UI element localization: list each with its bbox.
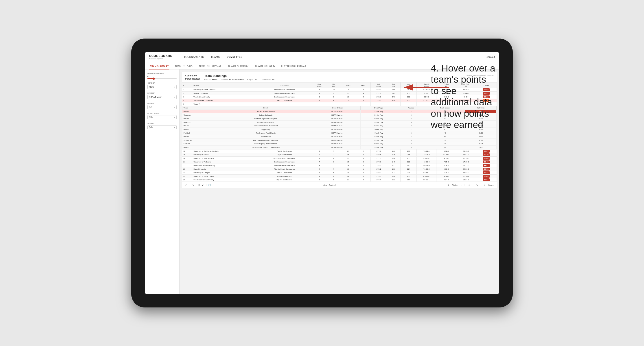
share-label[interactable]: Share	[488, 184, 494, 186]
min-rounds-slider[interactable]	[148, 78, 176, 79]
undo-icon[interactable]: ↩	[185, 184, 187, 186]
clock-icon[interactable]: 🕐	[208, 184, 211, 186]
table-row[interactable]: 19 University of Texas Big 12 Conference…	[182, 153, 497, 157]
top-navigation: SCOREBOARD Powered by clippi TOURNAMENTS…	[145, 52, 499, 62]
gender-value: Men's	[149, 86, 154, 88]
tab-player-h2h-grid[interactable]: PLAYER H2H GRID	[254, 64, 276, 69]
sidebar-gender: Gender Men's ▾	[148, 82, 176, 89]
popup-col-type: Event Type	[360, 106, 397, 110]
conference-select[interactable]: (All) ▾	[148, 115, 176, 119]
separator2: |	[206, 184, 207, 186]
sidebar-min-rounds: Minimum Rounds 0	[148, 73, 176, 79]
refresh-icon[interactable]: ↻	[192, 184, 194, 186]
filter-gender: Gender: Men's	[204, 78, 218, 81]
col-conference: Conference	[257, 82, 312, 88]
col-conf-rank: ConfRank	[312, 82, 327, 88]
popup-col-team: Team	[182, 106, 217, 110]
tab-player-h2h-heatmap[interactable]: PLAYER H2H HEATMAP	[280, 64, 307, 69]
min-rounds-value: 0	[148, 76, 176, 78]
sidebar-conference: Conference (All) ▾	[148, 112, 176, 119]
sidebar-division: Division NCAA Division I ▾	[148, 92, 176, 99]
tab-team-h2h-grid[interactable]: TEAM H2H GRID	[174, 64, 193, 69]
filter-region: Region: All	[247, 78, 257, 81]
school-value: (All)	[149, 126, 152, 128]
toolbar-left: ↩ ↪ ↻ | ⊞ 🖌 | 🕐	[185, 184, 211, 186]
share-icon: ↗	[484, 184, 486, 186]
dropdown-icon: ▾	[461, 184, 462, 186]
col-rank: #	[182, 82, 192, 88]
region-chevron: ▾	[174, 106, 175, 108]
division-select[interactable]: NCAA Division I ▾	[148, 95, 176, 99]
table-row[interactable]: 20 University of New Mexico Mountain Wes…	[182, 157, 497, 160]
col-tours: No.Tour	[327, 82, 341, 88]
conference-label: Conference	[148, 112, 176, 114]
annotation-text: 4. Hover over a team's points to see add…	[431, 63, 536, 130]
view-label[interactable]: View: Original	[323, 184, 336, 186]
tab-team-summary[interactable]: TEAM SUMMARY	[149, 64, 170, 69]
report-title-section: Committee Portal Review Team Standings	[185, 74, 274, 81]
watch-label[interactable]: Watch	[452, 184, 458, 186]
expand-icon[interactable]: ⤡	[476, 184, 478, 186]
division-chevron: ▾	[174, 96, 175, 98]
school-label: School	[148, 122, 176, 124]
popup-col-div: Event Division	[314, 106, 360, 110]
division-label: Division	[148, 92, 176, 94]
nav-teams[interactable]: TEAMS	[211, 56, 220, 58]
table-row[interactable]: 18 University of California, Berkeley Pa…	[182, 150, 497, 153]
arrow-svg	[402, 81, 451, 94]
region-label: Region	[148, 102, 176, 104]
conference-chevron: ▾	[174, 116, 175, 118]
sidebar: Minimum Rounds 0 Gender Men's	[145, 69, 180, 294]
table-row[interactable]: 21 University of Alabama Southeastern Co…	[182, 160, 497, 164]
table-row[interactable]: 23 Duke University Atlantic Coast Confer…	[182, 168, 497, 171]
logo-area: SCOREBOARD Powered by clippi	[149, 54, 172, 60]
redo-icon[interactable]: ↪	[189, 184, 190, 186]
col-school: School	[192, 82, 257, 88]
gender-chevron: ▾	[174, 86, 175, 88]
copy-icon[interactable]: ⊞	[198, 184, 200, 186]
table-row[interactable]: 25 University of North Florida ASUN Conf…	[182, 174, 497, 178]
sidebar-region: Region N/A ▾	[148, 102, 176, 109]
tab-player-summary[interactable]: PLAYER SUMMARY	[227, 64, 249, 69]
annotation-container: 4. Hover over a team's points to see add…	[402, 63, 536, 130]
eye-icon: 👁	[448, 184, 450, 186]
tab-team-h2h-heatmap[interactable]: TEAM H2H HEATMAP	[198, 64, 222, 69]
committee-portal-title: Committee Portal Review	[185, 74, 200, 80]
col-bnds: Bnds	[340, 82, 356, 88]
conference-value: (All)	[149, 116, 152, 118]
col-adj-score: Adj.Score	[371, 82, 387, 88]
nav-links: TOURNAMENTS TEAMS COMMITTEE	[184, 56, 242, 58]
bottom-toolbar: ↩ ↪ ↻ | ⊞ 🖌 | 🕐 View	[182, 182, 497, 188]
table-row[interactable]: 22 Mississippi State University Southeas…	[182, 164, 497, 168]
popup-col-event: Event	[217, 106, 314, 110]
gender-select[interactable]: Men's ▾	[148, 85, 176, 89]
filter-conference: Conference: All	[261, 78, 274, 81]
school-chevron: ▾	[174, 126, 175, 128]
col-avg-sg: AvgSG	[387, 82, 400, 88]
slider-container: 0	[148, 76, 176, 79]
division-value: NCAA Division I	[149, 96, 163, 98]
logo-text: SCOREBOARD	[149, 54, 172, 58]
report-title: Team Standings	[204, 74, 274, 78]
report-filters: Gender: Men's Division: NCAA Division I	[204, 78, 274, 81]
separator: |	[196, 184, 196, 186]
min-rounds-label: Minimum Rounds	[148, 73, 176, 75]
table-row[interactable]: 26 The Ohio State University Big Ten Con…	[182, 178, 497, 182]
sign-out-button[interactable]: Sign out	[486, 56, 495, 58]
nav-tournaments[interactable]: TOURNAMENTS	[184, 56, 204, 58]
toolbar-center: View: Original	[323, 184, 336, 186]
filter-division: Division: NCAA Division I	[221, 78, 244, 81]
region-select[interactable]: N/A ▾	[148, 105, 176, 109]
paint-icon[interactable]: 🖌	[202, 184, 204, 186]
toolbar-right: 👁 Watch ▾ | 💬 | ⤡ | ↗ Share	[448, 184, 494, 186]
comment-icon[interactable]: 💬	[468, 184, 470, 186]
school-select[interactable]: (All) ▾	[148, 125, 176, 129]
region-value: N/A	[149, 106, 152, 108]
nav-committee[interactable]: COMMITTEE	[227, 56, 242, 58]
gender-label: Gender	[148, 82, 176, 84]
sidebar-school: School (All) ▾	[148, 122, 176, 129]
col-wins: Wins	[356, 82, 371, 88]
table-row[interactable]: 24 University of Oregon Pac-12 Conferenc…	[182, 171, 497, 174]
logo-sub: Powered by clippi	[149, 58, 172, 60]
